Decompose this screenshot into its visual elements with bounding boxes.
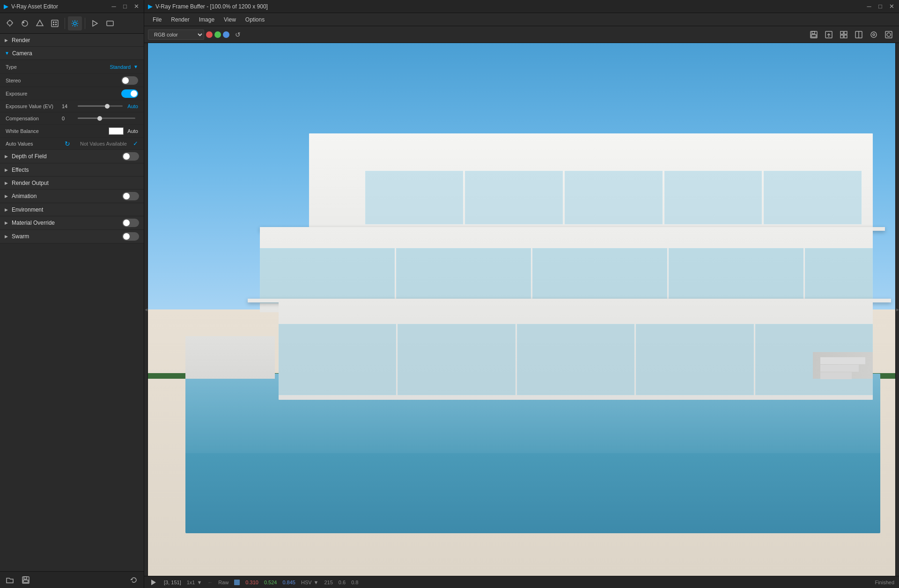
- green-value: 0.524: [264, 580, 277, 585]
- red-dot[interactable]: [206, 31, 213, 38]
- render-area[interactable]: [148, 43, 895, 576]
- load-fb-button[interactable]: [822, 28, 835, 41]
- left-panel-toggle[interactable]: ◀: [144, 43, 148, 576]
- auto-values-label: Auto Values: [6, 141, 65, 147]
- textures-icon[interactable]: [48, 16, 62, 30]
- svg-rect-15: [107, 21, 113, 26]
- animation-section-header[interactable]: ▶ Animation: [0, 190, 144, 203]
- pixel-coords: [3, 151]: [164, 580, 181, 585]
- close-button[interactable]: ✕: [133, 3, 140, 10]
- save-fb-button[interactable]: [807, 28, 820, 41]
- camera-section-label: Camera: [12, 50, 32, 57]
- render-output-section-header[interactable]: ▶ Render Output: [0, 176, 144, 190]
- dof-section-header[interactable]: ▶ Depth of Field: [0, 150, 144, 163]
- fb-minimize-button[interactable]: ─: [865, 3, 873, 10]
- animation2-icon[interactable]: [88, 16, 102, 30]
- auto-values-row: Auto Values ↻ Not Values Available ✓: [0, 138, 144, 150]
- asset-editor-bottom-toolbar: [0, 571, 144, 588]
- compensation-row: Compensation 0: [0, 112, 144, 125]
- fb-toolbar: RGB color Alpha Luminance ↺: [144, 26, 899, 43]
- fb-close-button[interactable]: ✕: [888, 3, 895, 10]
- dof-arrow-icon: ▶: [5, 154, 8, 159]
- camera-section-header[interactable]: ▼ Camera: [0, 47, 144, 60]
- swarm-toggle[interactable]: [122, 232, 139, 241]
- material-override-section-header[interactable]: ▶ Material Override: [0, 216, 144, 230]
- hsv-selector[interactable]: HSV ▼: [301, 580, 319, 585]
- restore-button[interactable]: □: [121, 3, 129, 10]
- grid-icon[interactable]: [837, 28, 850, 41]
- svg-point-0: [7, 21, 12, 25]
- status-bar: [3, 151] 1x1 ▼ ← Raw 0.310 0.524 0.845 H…: [144, 576, 899, 588]
- finished-status: Finished: [875, 580, 894, 585]
- size-value: 1x1: [187, 580, 195, 585]
- effects-section-header[interactable]: ▶ Effects: [0, 163, 144, 176]
- render-settings-icon[interactable]: [68, 16, 82, 30]
- options-menu[interactable]: Options: [241, 15, 269, 25]
- materials-icon[interactable]: [18, 16, 32, 30]
- material-override-section-label: Material Override: [12, 220, 122, 226]
- swarm-section-label: Swarm: [12, 233, 122, 240]
- animation-toggle[interactable]: [122, 192, 139, 200]
- type-dropdown-icon[interactable]: ▼: [133, 64, 138, 69]
- lens-correction-icon[interactable]: [867, 28, 880, 41]
- animation-arrow-icon: ▶: [5, 194, 8, 198]
- compensation-slider[interactable]: [78, 118, 135, 119]
- stereo-row: Stereo: [0, 74, 144, 87]
- hsv-arrow-icon: ▼: [314, 580, 319, 585]
- save-file-button[interactable]: [20, 574, 32, 586]
- right-panel-toggle[interactable]: ▶: [895, 43, 899, 576]
- compensation-num: 0: [62, 116, 75, 121]
- check-icon: ✓: [133, 140, 138, 147]
- refresh-color-icon[interactable]: ↺: [231, 28, 244, 41]
- vfb2-icon[interactable]: [103, 16, 117, 30]
- geometry-icon[interactable]: [33, 16, 47, 30]
- view-menu[interactable]: View: [219, 15, 241, 25]
- exposure-value-label: Exposure Value (EV): [6, 103, 62, 109]
- svg-rect-32: [885, 31, 892, 38]
- white-balance-auto[interactable]: Auto: [127, 128, 138, 134]
- render-section-header[interactable]: ▶ Render: [0, 34, 144, 47]
- blue-dot[interactable]: [223, 31, 229, 38]
- effects-arrow-icon: ▶: [5, 168, 8, 172]
- image-menu[interactable]: Image: [194, 15, 219, 25]
- size-selector[interactable]: 1x1 ▼: [187, 580, 202, 585]
- exposure-value-slider[interactable]: [78, 105, 123, 107]
- fb-restore-button[interactable]: □: [877, 3, 884, 10]
- open-folder-button[interactable]: [4, 574, 16, 586]
- environment-section-header[interactable]: ▶ Environment: [0, 203, 144, 216]
- svg-point-13: [74, 22, 76, 25]
- split-view-icon[interactable]: [852, 28, 865, 41]
- svg-rect-8: [52, 20, 58, 27]
- red-value: 0.310: [245, 580, 258, 585]
- environment-section-label: Environment: [12, 206, 139, 213]
- stereo-toggle[interactable]: [121, 76, 138, 85]
- exposure-value-num: 14: [62, 103, 75, 109]
- reset-button[interactable]: [128, 574, 140, 586]
- refresh-icon[interactable]: ↻: [65, 140, 70, 147]
- exposure-auto-label[interactable]: Auto: [127, 103, 138, 109]
- material-override-toggle[interactable]: [122, 219, 139, 227]
- render-output-arrow-icon: ▶: [5, 181, 8, 185]
- type-value[interactable]: Standard: [110, 64, 131, 70]
- svg-point-5: [22, 21, 28, 26]
- minimize-button[interactable]: ─: [110, 3, 118, 10]
- color-mode-select[interactable]: RGB color Alpha Luminance: [148, 29, 204, 40]
- type-row: Type Standard ▼: [0, 60, 144, 74]
- svg-rect-12: [55, 24, 57, 25]
- render-start-icon[interactable]: [149, 578, 158, 587]
- svg-rect-9: [53, 22, 54, 23]
- lut-icon[interactable]: [882, 28, 895, 41]
- animation-section-label: Animation: [12, 193, 122, 199]
- lights-icon[interactable]: [3, 16, 17, 30]
- asset-editor-title: V-Ray Asset Editor: [11, 3, 110, 10]
- compensation-label: Compensation: [6, 116, 62, 121]
- render-menu[interactable]: Render: [166, 15, 194, 25]
- exposure-toggle[interactable]: [121, 89, 138, 98]
- file-menu[interactable]: File: [148, 15, 166, 25]
- dof-toggle[interactable]: [122, 152, 139, 161]
- swarm-section-header[interactable]: ▶ Swarm: [0, 230, 144, 243]
- svg-point-33: [887, 33, 891, 37]
- white-balance-color[interactable]: [109, 127, 124, 135]
- green-dot[interactable]: [214, 31, 221, 38]
- svg-rect-24: [840, 31, 843, 34]
